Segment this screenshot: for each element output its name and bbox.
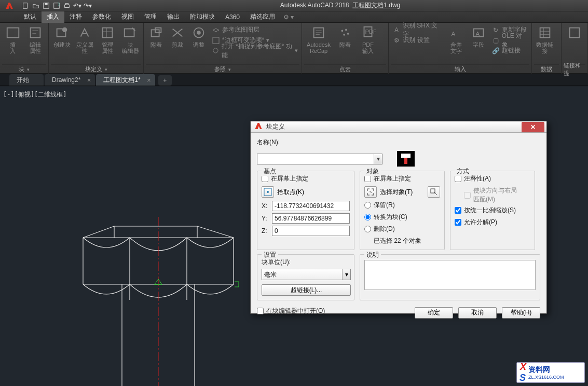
saveas-icon[interactable] — [52, 1, 61, 10]
hyperlink-button[interactable]: 超链接(L)... — [262, 284, 351, 296]
recognize-shx[interactable]: A识别 SHX 文字 — [391, 25, 444, 35]
svg-text:PDF: PDF — [365, 29, 376, 35]
ribbon: 插 入 编辑 属性 块 创建块 定义属性 管理 属性 块 编辑器 块定义 附着 … — [0, 23, 588, 74]
redo-icon[interactable]: ↷▾ — [83, 1, 92, 10]
svg-point-19 — [341, 30, 344, 32]
cancel-button[interactable]: 取消 — [458, 307, 497, 319]
z-input[interactable] — [272, 226, 350, 236]
open-in-editor-checkbox[interactable]: 在块编辑器中打开(O) — [257, 307, 325, 315]
add-tab-button[interactable]: + — [158, 75, 172, 86]
data-link-button[interactable]: 数据链接 — [534, 24, 556, 54]
app-logo-icon[interactable] — [0, 0, 19, 11]
mode-group: 方式 注释性(A) 使块方向与布局 匹配(M) 按统一比例缩放(S) 允许分解(… — [450, 171, 535, 250]
block-definition-dialog: 块定义 ✕ 名称(N): ▾ 基点 在屏幕上指定 拾取点(K) — [250, 121, 547, 314]
close-icon[interactable]: × — [147, 76, 151, 84]
svg-text:A: A — [451, 31, 455, 37]
link-extract-button[interactable] — [564, 24, 585, 40]
pdf-import-button[interactable]: PDFPDF 输入 — [357, 24, 379, 54]
watermark: XS 资料网 ZL.XS1616.COM — [516, 362, 585, 383]
recognize-settings[interactable]: ⚙识别 设置 — [391, 35, 444, 45]
x-input[interactable] — [272, 201, 350, 211]
svg-point-17 — [213, 48, 218, 53]
close-icon[interactable]: × — [87, 76, 91, 84]
convert-radio[interactable]: 转换为块(C) — [364, 213, 440, 222]
menu-annotate[interactable]: 注释 — [64, 11, 87, 23]
menu-parametric[interactable]: 参数化 — [87, 11, 116, 23]
svg-rect-33 — [404, 158, 407, 164]
svg-rect-11 — [125, 29, 134, 37]
bolt-drawing — [78, 217, 244, 386]
cloud-attach-button[interactable]: 附着 — [334, 24, 356, 48]
block-preview-icon — [397, 151, 415, 167]
svg-point-9 — [62, 27, 67, 32]
menu-view[interactable]: 视图 — [116, 11, 139, 23]
tab-start[interactable]: 开始 — [9, 74, 44, 86]
y-input[interactable] — [272, 213, 350, 224]
snap-underlay[interactable]: 打开 *捕捉到参考底图* 功能▾ — [210, 46, 299, 56]
panel-cloud-title: 点云 — [304, 64, 386, 74]
tab-drawing2[interactable]: Drawing2*× — [45, 74, 95, 86]
panel-blockdef-title[interactable]: 块定义 — [51, 64, 141, 74]
dialog-close-button[interactable]: ✕ — [522, 122, 544, 132]
name-combobox[interactable]: ▾ — [257, 154, 382, 164]
retain-radio[interactable]: 保留(R) — [364, 201, 440, 210]
title-text: Autodesk AutoCAD 2018 工程图文档1.dwg — [92, 1, 588, 10]
hyperlink-rbn[interactable]: 🔗超链接 — [490, 46, 529, 56]
chevron-down-icon[interactable]: ▾ — [342, 269, 350, 280]
attach-ref-button[interactable]: 附着 — [146, 24, 166, 48]
svg-rect-28 — [540, 28, 550, 38]
delete-radio[interactable]: 删除(D) — [364, 225, 440, 233]
uniform-scale-checkbox[interactable]: 按统一比例缩放(S) — [455, 206, 530, 215]
viewport-label[interactable]: [-][俯视][二维线框] — [3, 90, 67, 99]
block-editor-button[interactable]: 块 编辑器 — [119, 24, 141, 54]
menu-insert[interactable]: 插入 — [42, 11, 64, 23]
description-textarea[interactable] — [364, 260, 536, 290]
panel-ref-title[interactable]: 参照 — [146, 64, 299, 74]
unit-combobox[interactable]: 毫米▾ — [262, 269, 351, 280]
menu-manage[interactable]: 管理 — [139, 11, 162, 23]
merge-text-button[interactable]: A合并 文字 — [445, 24, 467, 54]
menu-a360[interactable]: A360 — [220, 11, 245, 23]
underlay-layers[interactable]: 参考底图图层 — [210, 25, 299, 35]
select-objects-button[interactable] — [364, 186, 377, 198]
new-icon[interactable] — [21, 1, 30, 10]
pick-point-button[interactable] — [262, 186, 274, 198]
chevron-down-icon[interactable]: ▾ — [374, 154, 382, 164]
svg-rect-5 — [65, 3, 68, 5]
basepoint-group: 基点 在屏幕上指定 拾取点(K) X: Y: Z: — [257, 171, 354, 250]
open-icon[interactable] — [31, 1, 40, 10]
autocad-icon — [254, 121, 263, 132]
allow-explode-checkbox[interactable]: 允许分解(P) — [455, 218, 530, 227]
recap-button[interactable]: Autodesk ReCap — [304, 24, 333, 54]
svg-rect-6 — [7, 28, 19, 38]
print-icon[interactable] — [62, 1, 72, 10]
ok-button[interactable]: 确定 — [415, 307, 453, 319]
svg-point-15 — [197, 31, 201, 35]
tab-engineering-doc[interactable]: 工程图文档1*× — [96, 74, 155, 86]
ole-object[interactable]: ▢OLE 对象 — [490, 35, 529, 45]
menu-settings-icon[interactable]: ⚙ ▾ — [283, 13, 294, 21]
svg-point-20 — [345, 29, 347, 31]
define-attr-button[interactable]: 定义属性 — [74, 24, 95, 54]
svg-rect-7 — [31, 28, 40, 38]
quick-select-button[interactable] — [428, 186, 440, 198]
doc-tabs: 开始 Drawing2*× 工程图文档1*× + — [0, 74, 588, 86]
field-button[interactable]: A字段 — [468, 24, 489, 48]
svg-rect-2 — [45, 3, 47, 5]
menu-featured[interactable]: 精选应用 — [245, 11, 280, 23]
panel-block-title[interactable]: 块 — [2, 64, 46, 74]
adjust-button[interactable]: 调整 — [189, 24, 209, 48]
save-icon[interactable] — [42, 1, 51, 10]
menu-addin[interactable]: 附加模块 — [185, 11, 220, 23]
insert-block-button[interactable]: 插 入 — [2, 24, 24, 54]
svg-point-21 — [343, 34, 345, 36]
clip-button[interactable]: 剪裁 — [167, 24, 187, 48]
menu-output[interactable]: 输出 — [162, 11, 185, 23]
dialog-title-bar[interactable]: 块定义 ✕ — [251, 121, 546, 133]
undo-icon[interactable]: ↶▾ — [73, 1, 82, 10]
menu-default[interactable]: 默认 — [19, 11, 42, 23]
create-block-button[interactable]: 创建块 — [51, 24, 73, 48]
edit-attr-button[interactable]: 编辑 属性 — [25, 24, 47, 54]
manage-attr-button[interactable]: 管理 属性 — [97, 24, 118, 54]
help-button[interactable]: 帮助(H) — [502, 307, 540, 319]
